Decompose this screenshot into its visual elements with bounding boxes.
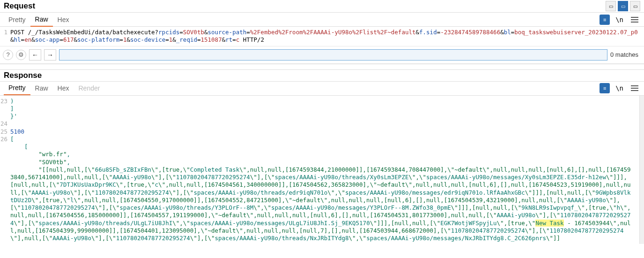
- request-header: Request ▭ ▭ ▭: [0, 0, 644, 13]
- response-newline-toggle[interactable]: \n: [614, 84, 625, 92]
- response-header: Response: [0, 69, 644, 82]
- layout-btn-2[interactable]: ▭: [618, 1, 628, 11]
- request-newline-toggle[interactable]: \n: [614, 16, 625, 23]
- response-scrollbar[interactable]: [639, 96, 644, 244]
- request-body: 1 POST /_/TasksWebEmbedUi/data/batchexec…: [0, 27, 644, 46]
- response-title: Response: [4, 71, 42, 80]
- response-tab-hex[interactable]: Hex: [53, 82, 74, 95]
- search-prev-button[interactable]: ←: [29, 49, 41, 61]
- request-title: Request: [4, 1, 35, 11]
- request-tab-raw[interactable]: Raw: [30, 13, 53, 27]
- response-tab-pretty[interactable]: Pretty: [4, 81, 30, 95]
- request-tab-hex[interactable]: Hex: [53, 13, 74, 26]
- request-search-bar: ? ⚙ ← → 0 matches: [0, 46, 644, 64]
- request-line-content[interactable]: POST /_/TasksWebEmbedUi/data/batchexecut…: [10, 29, 644, 44]
- response-tab-raw[interactable]: Raw: [30, 82, 53, 95]
- request-tab-pretty[interactable]: Pretty: [4, 13, 30, 26]
- request-actions-button[interactable]: ≡: [600, 15, 610, 25]
- search-input[interactable]: [59, 49, 607, 61]
- response-tab-render[interactable]: Render: [74, 82, 105, 95]
- request-tabs: Pretty Raw Hex ≡ \n: [0, 13, 644, 27]
- gear-icon[interactable]: ⚙: [16, 50, 26, 60]
- response-menu-icon[interactable]: [629, 83, 640, 93]
- response-actions-button[interactable]: ≡: [600, 83, 610, 93]
- request-menu-icon[interactable]: [629, 15, 640, 24]
- request-header-controls: ▭ ▭ ▭: [606, 1, 640, 11]
- response-tabs: Pretty Raw Hex Render ≡ \n: [0, 82, 644, 96]
- search-next-button[interactable]: →: [44, 49, 56, 61]
- layout-btn-1[interactable]: ▭: [606, 1, 616, 11]
- search-matches: 0 matches: [610, 51, 641, 58]
- help-icon[interactable]: ?: [3, 50, 13, 60]
- request-line-gutter: 1: [0, 29, 10, 44]
- panel-divider[interactable]: [0, 64, 644, 69]
- layout-btn-3[interactable]: ▭: [630, 1, 640, 11]
- response-body[interactable]: 23) ] }' 24 255100 26[ [ "wrb.fr", "SOV0…: [0, 96, 639, 244]
